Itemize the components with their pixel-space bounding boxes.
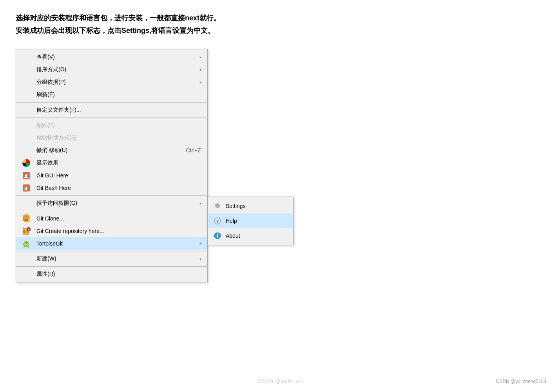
- menu-item-git-gui[interactable]: Git GUI Here: [16, 169, 207, 182]
- context-menu: 查看(V) › 排序方式(O) › 分组依据(P) › 刷新(E) 自定义文件夹…: [16, 49, 208, 282]
- separator-1: [16, 102, 207, 103]
- menu-item-sort[interactable]: 排序方式(O) ›: [16, 63, 207, 76]
- menu-item-new[interactable]: 新建(W) ›: [16, 253, 207, 265]
- svg-text:GIT: GIT: [24, 219, 28, 221]
- menu-item-properties[interactable]: 属性(R): [16, 268, 207, 280]
- menu-item-git-create[interactable]: GIT + Git Create repository here...: [16, 225, 207, 237]
- menu-item-group-label: 分组依据(P): [36, 79, 66, 86]
- submenu-item-about[interactable]: i About: [208, 228, 293, 243]
- tortoise-git-arrow-icon: ›: [199, 241, 201, 246]
- menu-item-refresh[interactable]: 刷新(E): [16, 89, 207, 101]
- menu-item-customize[interactable]: 自定义文件夹(F)...: [16, 104, 207, 116]
- submenu-item-about-label: About: [226, 233, 240, 239]
- menu-item-display-effect-label: 显示效果: [36, 159, 58, 166]
- submenu-item-settings[interactable]: Settings: [208, 199, 293, 213]
- menu-item-paste-label: 粘贴(P): [36, 122, 55, 129]
- instruction-line2: 安装成功后会出现以下标志，点击Settings,将语言设置为中文。: [16, 24, 542, 37]
- git-create-icon: GIT +: [22, 226, 31, 236]
- menu-item-new-label: 新建(W): [36, 255, 56, 262]
- menu-item-refresh-label: 刷新(E): [36, 91, 55, 98]
- instruction-line1: 选择对应的安装程序和语言包，进行安装，一般都直接next就行。: [16, 12, 542, 24]
- menu-item-undo-label: 撤消 移动(U): [36, 147, 67, 154]
- svg-text:+: +: [28, 228, 30, 231]
- watermark-aom: CSDN @Aom_yt: [257, 378, 301, 384]
- menu-item-view[interactable]: 查看(V) ›: [16, 51, 207, 63]
- menu-item-git-clone[interactable]: GIT Git Clone...: [16, 212, 207, 225]
- submenu-wrapper: Settings ? Help: [207, 197, 293, 245]
- menu-item-git-create-label: Git Create repository here...: [36, 228, 104, 234]
- watermark-csdn: CSDN @yu_zheng5163: [496, 379, 546, 384]
- svg-point-25: [27, 242, 27, 242]
- menu-item-git-bash[interactable]: Git Bash Here: [16, 182, 207, 194]
- menu-item-sort-label: 排序方式(O): [36, 66, 66, 73]
- git-gui-icon: [22, 171, 31, 180]
- group-arrow-icon: ›: [199, 79, 201, 85]
- context-menu-wrapper: 查看(V) › 排序方式(O) › 分组依据(P) › 刷新(E) 自定义文件夹…: [16, 49, 208, 282]
- tortoise-git-icon: [22, 239, 31, 248]
- menu-item-display-effect[interactable]: 显示效果: [16, 157, 207, 169]
- svg-line-27: [28, 246, 29, 247]
- git-bash-icon: [22, 183, 31, 193]
- menu-item-view-label: 查看(V): [36, 54, 55, 61]
- svg-point-24: [25, 242, 26, 242]
- menu-item-properties-label: 属性(R): [36, 271, 55, 278]
- svg-text:i: i: [217, 233, 218, 239]
- instruction-text: 选择对应的安装程序和语言包，进行安装，一般都直接next就行。 安装成功后会出现…: [16, 12, 542, 37]
- view-arrow-icon: ›: [199, 54, 201, 60]
- svg-text:?: ?: [216, 218, 219, 224]
- menu-item-git-bash-label: Git Bash Here: [36, 185, 71, 191]
- sort-arrow-icon: ›: [199, 67, 201, 72]
- submenu-tortoise-git: Settings ? Help: [207, 197, 293, 245]
- separator-6: [16, 266, 207, 267]
- grant-access-arrow-icon: ›: [199, 201, 201, 206]
- separator-5: [16, 251, 207, 251]
- menu-item-tortoise-git[interactable]: TortoiseGit ›: [16, 237, 207, 250]
- menu-item-git-clone-label: Git Clone...: [36, 215, 64, 222]
- svg-point-23: [25, 241, 28, 244]
- menu-item-paste-shortcut-label: 粘贴快捷方式(S): [36, 134, 77, 141]
- about-icon: i: [213, 231, 222, 240]
- settings-icon: [213, 202, 222, 210]
- separator-3: [16, 195, 207, 196]
- submenu-item-help-label: Help: [226, 218, 237, 224]
- menu-item-tortoise-git-label: TortoiseGit: [36, 240, 63, 247]
- svg-line-26: [24, 246, 25, 247]
- undo-shortcut: Ctrl+Z: [186, 147, 201, 154]
- separator-4: [16, 211, 207, 211]
- menu-item-group[interactable]: 分组依据(P) ›: [16, 76, 207, 89]
- submenu-item-settings-label: Settings: [226, 203, 246, 209]
- help-icon: ?: [213, 217, 222, 225]
- separator-2: [16, 117, 207, 118]
- menu-item-grant-access-label: 授予访问权限(G): [36, 200, 77, 207]
- menu-item-undo[interactable]: 撤消 移动(U) Ctrl+Z: [16, 144, 207, 157]
- submenu-item-help[interactable]: ? Help: [208, 213, 293, 228]
- menu-item-paste[interactable]: 粘贴(P): [16, 119, 207, 132]
- menu-item-customize-label: 自定义文件夹(F)...: [36, 107, 81, 114]
- menu-item-git-gui-label: Git GUI Here: [36, 172, 68, 179]
- page-content: 选择对应的安装程序和语言包，进行安装，一般都直接next就行。 安装成功后会出现…: [0, 0, 558, 294]
- git-clone-icon: GIT: [22, 214, 31, 223]
- new-arrow-icon: ›: [199, 256, 201, 262]
- menu-item-grant-access[interactable]: 授予访问权限(G) ›: [16, 197, 207, 210]
- menu-item-paste-shortcut[interactable]: 粘贴快捷方式(S): [16, 132, 207, 144]
- display-effect-icon: [22, 158, 31, 168]
